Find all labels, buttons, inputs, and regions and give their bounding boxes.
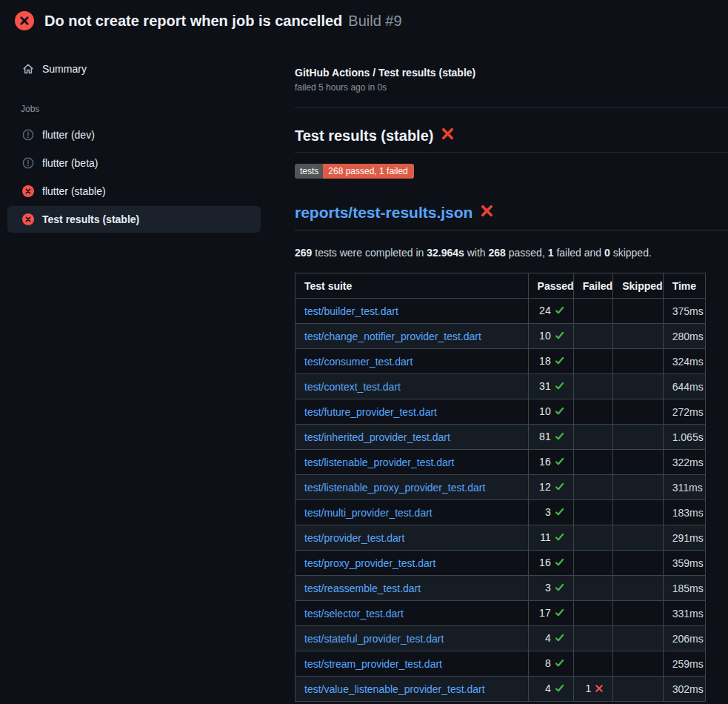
test-suite-link[interactable]: test/listenable_proxy_provider_test.dart	[304, 482, 485, 494]
column-header-time: Time	[663, 273, 705, 299]
sidebar-item-label: flutter (dev)	[42, 129, 95, 141]
passed-cell: 24	[528, 299, 573, 324]
time-cell: 302ms	[663, 677, 705, 702]
test-suite-link[interactable]: test/context_test.dart	[304, 381, 401, 393]
test-suite-link[interactable]: test/listenable_provider_test.dart	[304, 456, 454, 468]
test-suite-cell: test/multi_provider_test.dart	[295, 500, 529, 525]
failed-cell	[573, 525, 612, 551]
test-results-table: Test suite Passed Failed Skipped Time te…	[295, 273, 706, 702]
failed-cell: 1	[573, 677, 612, 702]
time-cell: 183ms	[663, 500, 705, 525]
check-icon	[555, 683, 564, 695]
test-suite-cell: test/reassemble_test.dart	[295, 576, 529, 601]
summary-text: skipped.	[610, 247, 652, 259]
badge-label: tests	[295, 164, 323, 179]
header-divider	[295, 107, 728, 108]
check-icon	[555, 582, 564, 594]
skipped-cell	[613, 576, 663, 601]
test-suite-cell: test/future_provider_test.dart	[295, 399, 529, 425]
test-suite-link[interactable]: test/inherited_provider_test.dart	[304, 431, 450, 443]
cross-mark-icon	[480, 204, 494, 222]
passed-cell: 16	[528, 551, 573, 576]
report-title: reports/test-results.json	[295, 204, 728, 230]
table-row: test/future_provider_test.dart10272ms	[295, 399, 706, 425]
test-suite-link[interactable]: test/future_provider_test.dart	[304, 406, 437, 418]
table-row: test/builder_test.dart24375ms	[295, 299, 706, 324]
test-suite-link[interactable]: test/reassemble_test.dart	[304, 582, 421, 594]
test-suite-link[interactable]: test/selector_test.dart	[304, 608, 404, 620]
failed-cell	[573, 299, 612, 324]
skipped-cell	[613, 299, 663, 324]
sidebar-item-label: flutter (beta)	[42, 157, 98, 169]
passed-cell: 81	[528, 425, 573, 450]
jobs-section-heading: Jobs	[21, 104, 274, 114]
failed-cell	[573, 425, 612, 450]
skipped-cell	[613, 551, 663, 576]
test-suite-link[interactable]: test/stream_provider_test.dart	[304, 658, 442, 670]
test-suite-link[interactable]: test/proxy_provider_test.dart	[304, 557, 435, 569]
stop-icon	[22, 129, 34, 141]
time-cell: 331ms	[663, 601, 705, 626]
time-cell: 185ms	[663, 576, 705, 601]
test-suite-link[interactable]: test/multi_provider_test.dart	[304, 507, 433, 519]
test-suite-cell: test/change_notifier_provider_test.dart	[295, 324, 529, 349]
passed-cell: 4	[528, 626, 573, 651]
table-row: test/context_test.dart31644ms	[295, 374, 706, 399]
test-suite-cell: test/inherited_provider_test.dart	[295, 425, 529, 450]
test-suite-cell: test/stream_provider_test.dart	[295, 651, 529, 677]
sidebar-item-label: Test results (stable)	[42, 213, 139, 225]
skipped-cell	[613, 525, 663, 551]
sidebar-item-flutter-stable-[interactable]: flutter (stable)	[7, 178, 261, 205]
test-suite-cell: test/builder_test.dart	[295, 299, 529, 324]
skipped-cell	[613, 475, 663, 500]
passed-cell: 3	[528, 576, 573, 601]
check-icon	[555, 305, 564, 317]
sidebar-item-flutter-dev-[interactable]: flutter (dev)	[7, 122, 261, 148]
home-icon	[22, 63, 34, 75]
passed-cell: 11	[528, 525, 573, 551]
table-row: test/listenable_proxy_provider_test.dart…	[295, 475, 706, 500]
failed-cell	[573, 349, 612, 374]
test-suite-link[interactable]: test/consumer_test.dart	[304, 356, 413, 368]
summary-text: tests were completed in	[312, 247, 427, 259]
main-content: GitHub Actions / Test results (stable) f…	[274, 40, 728, 702]
table-row: test/reassemble_test.dart3185ms	[295, 576, 706, 601]
sidebar-item-summary[interactable]: Summary	[7, 56, 261, 82]
passed-cell: 31	[528, 374, 573, 399]
check-icon	[555, 406, 564, 418]
failed-cell	[573, 324, 612, 349]
test-suite-cell: test/proxy_provider_test.dart	[295, 551, 529, 576]
time-cell: 644ms	[663, 374, 705, 399]
test-suite-link[interactable]: test/change_notifier_provider_test.dart	[304, 331, 481, 342]
test-suite-cell: test/selector_test.dart	[295, 601, 529, 626]
test-suite-cell: test/value_listenable_provider_test.dart	[295, 677, 529, 702]
stop-icon	[22, 157, 34, 169]
test-suite-cell: test/consumer_test.dart	[295, 349, 529, 374]
failed-cell	[573, 626, 612, 651]
jobs-sidebar: Summary Jobs flutter (dev)flutter (beta)…	[0, 40, 274, 234]
skipped-cell	[613, 374, 663, 399]
failed-cell	[573, 651, 612, 677]
badge-value: 268 passed, 1 failed	[323, 164, 413, 179]
failed-cell	[573, 399, 612, 425]
test-suite-link[interactable]: test/stateful_provider_test.dart	[304, 633, 444, 645]
test-suite-cell: test/stateful_provider_test.dart	[295, 626, 529, 651]
test-suite-cell: test/context_test.dart	[295, 374, 529, 399]
skipped-cell	[613, 349, 663, 374]
sidebar-item-flutter-beta-[interactable]: flutter (beta)	[7, 150, 261, 176]
page-title: Do not create report when job is cancell…	[44, 13, 342, 29]
report-file-link[interactable]: reports/test-results.json	[295, 204, 472, 222]
time-cell: 324ms	[663, 349, 705, 374]
table-row: test/value_listenable_provider_test.dart…	[295, 677, 706, 702]
section-title-text: Test results (stable)	[295, 127, 433, 145]
sidebar-item-test-results-stable-[interactable]: Test results (stable)	[7, 206, 261, 233]
table-row: test/selector_test.dart17331ms	[295, 601, 706, 626]
build-number: Build #9	[348, 13, 401, 29]
check-icon	[555, 331, 564, 342]
x-circle-icon	[22, 213, 34, 225]
test-suite-link[interactable]: test/provider_test.dart	[304, 532, 404, 544]
check-breadcrumb: GitHub Actions / Test results (stable)	[295, 67, 728, 79]
passed-cell: 3	[528, 500, 573, 525]
test-suite-link[interactable]: test/builder_test.dart	[304, 305, 398, 317]
test-suite-link[interactable]: test/value_listenable_provider_test.dart	[304, 683, 485, 695]
